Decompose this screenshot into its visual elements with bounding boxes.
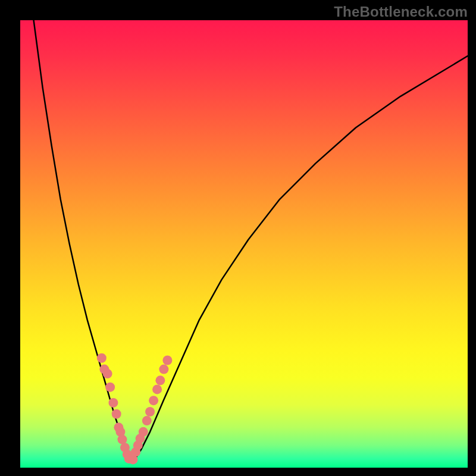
scatter-dot [103,369,112,378]
scatter-dot [139,427,148,437]
watermark-text: TheBottleneck.com [334,4,468,20]
scatter-dot [112,409,121,419]
scatter-dot [97,353,107,363]
scatter-dot [142,416,152,425]
scatter-dot [105,383,115,392]
scatter-dot [145,407,155,416]
chart-frame: TheBottleneck.com [0,0,476,476]
scatter-dot [159,365,168,374]
curve-right-branch [132,56,468,463]
scatter-dot [152,384,162,394]
curve-left-branch [34,20,132,463]
scatter-dot [149,396,158,405]
series-lines [34,20,468,463]
plot-area [20,20,468,468]
scatter-dot [108,398,118,408]
scatter-dot [155,375,165,385]
scatter-dot [162,356,172,365]
scatter-points [97,353,173,465]
scatter-dot [117,435,127,444]
curve-svg [20,20,468,468]
